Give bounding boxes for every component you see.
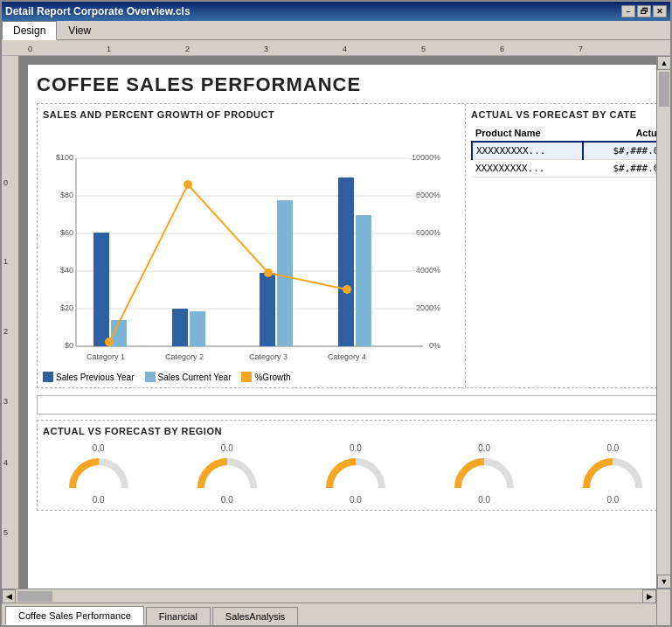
gauge-2: 0.0 0.0: [192, 443, 262, 505]
menu-bar: Design View: [2, 21, 670, 40]
region-section-title: ACTUAL VS FORECAST BY REGION: [43, 426, 656, 436]
gauge4-top: 0.0: [449, 443, 519, 453]
horizontal-ruler: 0 1 2 3 4 5 6 7: [2, 40, 670, 56]
svg-text:$0: $0: [65, 341, 73, 350]
svg-point-28: [105, 338, 114, 346]
svg-text:$20: $20: [60, 303, 73, 312]
tab-sales-analysis[interactable]: SalesAnalysis: [212, 607, 298, 625]
tab-coffee-sales[interactable]: Coffee Sales Performance: [5, 606, 144, 625]
scroll-down-button[interactable]: ▼: [657, 575, 670, 589]
two-col-section: SALES AND PERCENT GROWTH OF PRODUCT $0 $…: [37, 103, 656, 388]
bottom-bar: ◀ ▶ Coffee Sales Performance Financial S…: [2, 589, 670, 625]
title-bar-buttons: – 🗗 ✕: [621, 5, 667, 17]
legend-curr: Sales Current Year: [145, 372, 232, 382]
svg-text:$80: $80: [60, 191, 73, 199]
gauge3-label: 0.0: [321, 495, 391, 505]
v-ruler-4: 4: [3, 458, 8, 467]
scroll-thumb-h[interactable]: [17, 591, 52, 602]
svg-text:2000%: 2000%: [416, 303, 440, 312]
report-title: COFFEE SALES PERFORMANCE: [37, 73, 656, 96]
row1-name: XXXXXXXXX...: [472, 142, 583, 160]
svg-rect-26: [338, 178, 354, 346]
chart-section: SALES AND PERCENT GROWTH OF PRODUCT $0 $…: [38, 104, 466, 387]
tab-financial[interactable]: Financial: [146, 607, 211, 625]
row1-value: $#,###.00: [583, 142, 656, 160]
svg-text:6000%: 6000%: [416, 228, 440, 237]
svg-point-30: [264, 268, 273, 277]
table-row: XXXXXXXXX... $#,###.00: [472, 160, 656, 178]
v-ruler-1: 1: [3, 257, 8, 266]
gauge3-svg: [325, 453, 386, 492]
gauge4-label: 0.0: [449, 495, 519, 505]
legend-prev-color: [43, 372, 53, 382]
svg-text:Category 2: Category 2: [165, 352, 204, 361]
svg-text:Category 4: Category 4: [328, 352, 366, 361]
scroll-left-button[interactable]: ◀: [2, 589, 16, 603]
svg-rect-22: [172, 309, 188, 346]
svg-rect-20: [94, 233, 109, 346]
legend-prev-label: Sales Previous Year: [56, 373, 135, 382]
close-button[interactable]: ✕: [653, 5, 667, 17]
svg-rect-23: [190, 311, 205, 346]
table-section-title: ACTUAL VS FORECAST BY CATE: [471, 109, 656, 120]
gauge2-label: 0.0: [192, 495, 262, 505]
svg-text:0%: 0%: [429, 341, 440, 350]
gauge3-top: 0.0: [321, 443, 391, 453]
gauge2-svg: [197, 453, 258, 492]
scroll-up-button[interactable]: ▲: [657, 56, 670, 70]
svg-text:10000%: 10000%: [412, 153, 440, 162]
gauge-4: 0.0 0.0: [449, 443, 519, 505]
v-ruler-3: 3: [3, 397, 8, 406]
vertical-scrollbar: ▲ ▼: [656, 56, 670, 589]
main-window: Detail Report Corporate Overview.cls – 🗗…: [0, 0, 672, 627]
dropdown-row: ▼: [37, 395, 656, 415]
table-section: ACTUAL VS FORECAST BY CATE Product Name …: [466, 104, 656, 387]
scroll-right-button[interactable]: ▶: [642, 589, 656, 603]
svg-rect-25: [277, 200, 293, 346]
canvas-scroll: COFFEE SALES PERFORMANCE SALES AND PERCE…: [19, 56, 656, 589]
report-page: COFFEE SALES PERFORMANCE SALES AND PERCE…: [28, 65, 656, 589]
restore-button[interactable]: 🗗: [637, 5, 651, 17]
gauge5-label: 0.0: [578, 495, 648, 505]
svg-point-29: [184, 180, 192, 189]
gauge-3: 0.0 0.0: [321, 443, 391, 505]
window-title: Detail Report Corporate Overview.cls: [5, 5, 191, 17]
scroll-thumb-v[interactable]: [659, 72, 669, 107]
main-area: 0 1 2 3 4 5 COFFEE SALES PERFORMANCE SAL…: [2, 56, 670, 589]
svg-rect-27: [356, 215, 371, 346]
legend-curr-label: Sales Current Year: [158, 373, 232, 382]
minimize-button[interactable]: –: [621, 5, 635, 17]
v-ruler-5: 5: [3, 528, 8, 537]
legend-growth: %Growth: [241, 372, 290, 382]
gauge4-svg: [454, 453, 515, 492]
vertical-ruler: 0 1 2 3 4 5: [2, 56, 19, 589]
gauge5-top: 0.0: [578, 443, 648, 453]
v-ruler-2: 2: [3, 327, 8, 336]
bottom-section: ACTUAL VS FORECAST BY REGION 0.0 0.0: [37, 420, 656, 511]
scroll-track-h: [16, 589, 642, 603]
v-ruler-0: 0: [3, 178, 8, 187]
legend-growth-label: %Growth: [254, 373, 290, 382]
bottom-left: ◀ ▶ Coffee Sales Performance Financial S…: [2, 589, 656, 625]
ruler-ticks: [28, 40, 657, 56]
svg-rect-24: [260, 273, 275, 346]
legend-curr-color: [145, 372, 156, 382]
row2-name: XXXXXXXXX...: [472, 160, 583, 178]
tab-design[interactable]: Design: [2, 21, 57, 40]
tab-view[interactable]: View: [57, 21, 102, 39]
title-bar: Detail Report Corporate Overview.cls – 🗗…: [2, 2, 670, 21]
chart-section-title: SALES AND PERCENT GROWTH OF PRODUCT: [43, 109, 460, 120]
gauge1-top: 0.0: [64, 443, 134, 453]
col-actual: Actual: [583, 125, 656, 142]
gauge-5: 0.0 0.0: [578, 443, 648, 505]
svg-text:$100: $100: [56, 153, 73, 162]
canvas-area[interactable]: COFFEE SALES PERFORMANCE SALES AND PERCE…: [19, 56, 656, 589]
bar-chart: $0 $20 $40 $60 $80 $100 0% 2000% 4000%: [43, 125, 445, 366]
svg-text:Category 1: Category 1: [87, 352, 125, 361]
svg-text:Category 3: Category 3: [249, 352, 288, 361]
horizontal-scrollbar: ◀ ▶: [2, 589, 656, 603]
gauge-1: 0.0 0.0: [64, 443, 134, 505]
svg-point-31: [343, 285, 351, 294]
svg-text:$60: $60: [60, 228, 73, 237]
chart-legend: Sales Previous Year Sales Current Year %…: [43, 372, 460, 382]
